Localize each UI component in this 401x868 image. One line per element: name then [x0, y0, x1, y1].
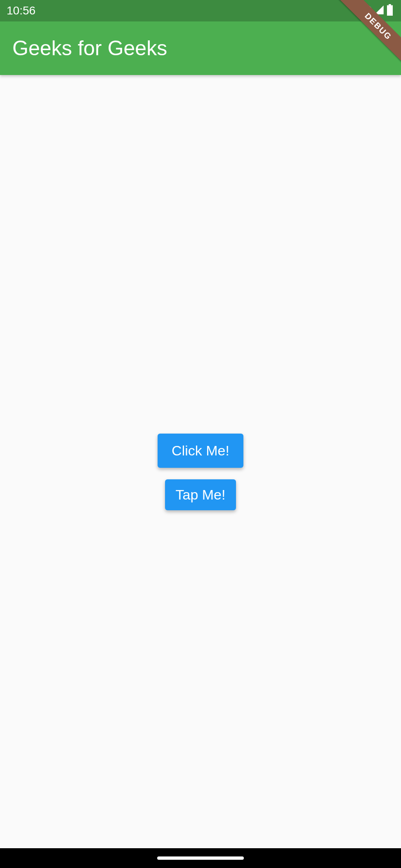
status-bar: 10:56 [0, 0, 401, 21]
app-title: Geeks for Geeks [12, 36, 167, 60]
click-me-button[interactable]: Click Me! [158, 434, 243, 468]
battery-icon [386, 4, 394, 17]
status-time: 10:56 [7, 4, 35, 17]
app-bar: Geeks for Geeks [0, 21, 401, 75]
navigation-bar [0, 848, 401, 868]
navigation-handle[interactable] [157, 856, 244, 860]
tap-me-button[interactable]: Tap Me! [165, 479, 236, 510]
body-area: Click Me! Tap Me! [0, 75, 401, 848]
